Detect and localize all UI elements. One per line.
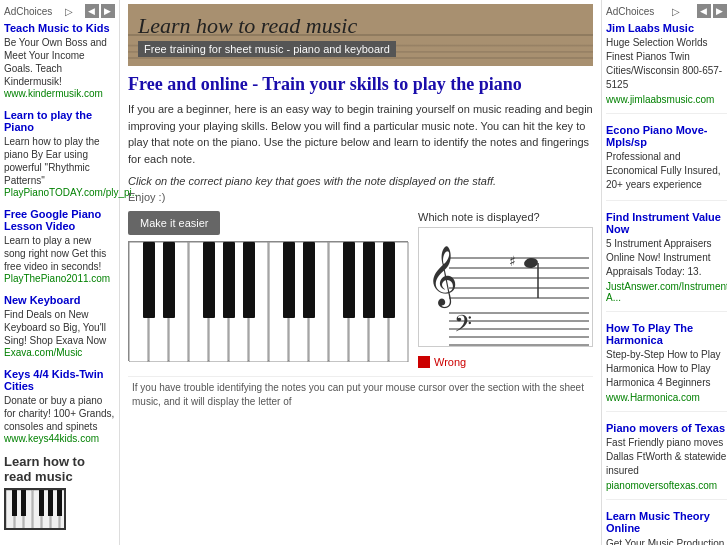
- left-ad-url-4: www.keys44kids.com: [4, 433, 115, 444]
- svg-rect-9: [39, 490, 44, 516]
- svg-rect-27: [163, 242, 175, 318]
- svg-rect-11: [57, 490, 62, 516]
- svg-rect-28: [203, 242, 215, 318]
- svg-rect-29: [223, 242, 235, 318]
- footer-text: If you have trouble identifying the note…: [128, 376, 593, 413]
- left-ad-desc-2: Learn to play a new song right now Get t…: [4, 235, 106, 272]
- piano-area: Make it easier: [128, 211, 593, 368]
- wrong-square: [418, 356, 430, 368]
- instruction-text: Click on the correct piano key that goes…: [128, 175, 593, 187]
- keyboard-svg: [129, 242, 409, 362]
- page-heading: Free and online - Train your skills to p…: [128, 74, 593, 95]
- svg-rect-31: [283, 242, 295, 318]
- make-easier-button[interactable]: Make it easier: [128, 211, 220, 235]
- left-ad-choices-bar: AdChoices ▷ ◀ ▶: [4, 4, 115, 18]
- right-ad-choices-label: AdChoices: [606, 6, 654, 17]
- wrong-indicator: Wrong: [418, 356, 593, 368]
- intro-text: If you are a beginner, here is an easy w…: [128, 101, 593, 167]
- svg-rect-33: [343, 242, 355, 318]
- right-ad-desc-1: Professional and Economical Fully Insure…: [606, 151, 721, 190]
- piano-container: Make it easier: [128, 211, 408, 368]
- right-ad-url-3: www.Harmonica.com: [606, 392, 727, 403]
- left-ad-title-0[interactable]: Teach Music to Kids: [4, 22, 115, 34]
- left-ad-item-3: New Keyboard Find Deals on New Keyboard …: [4, 294, 115, 358]
- piano-keyboard[interactable]: [128, 241, 408, 361]
- piano-thumbnail: [4, 488, 66, 530]
- left-ad-title-2[interactable]: Free Google Piano Lesson Video: [4, 208, 115, 232]
- svg-text:♯: ♯: [509, 254, 516, 269]
- left-ad-next-btn[interactable]: ▶: [101, 4, 115, 18]
- left-ad-nav[interactable]: ◀ ▶: [85, 4, 115, 18]
- right-ad-title-1[interactable]: Econo Piano Move-Mpls/sp: [606, 124, 727, 148]
- right-ad-choices-symbol: ▷: [672, 6, 680, 17]
- piano-thumb-svg: [6, 490, 66, 530]
- main-header: Learn how to read music Free training fo…: [128, 4, 593, 66]
- main-subtitle: Free training for sheet music - piano an…: [138, 41, 396, 57]
- main-content: Learn how to read music Free training fo…: [120, 0, 601, 545]
- left-ad-title-4[interactable]: Keys 4/4 Kids-Twin Cities: [4, 368, 115, 392]
- right-ad-next-btn[interactable]: ▶: [713, 4, 727, 18]
- left-ad-desc-0: Be Your Own Boss and Meet Your Income Go…: [4, 37, 107, 87]
- right-ad-url-4: pianomoversoftexas.com: [606, 480, 727, 491]
- left-ad-desc-3: Find Deals on New Keyboard so Big, You'l…: [4, 309, 106, 346]
- svg-rect-34: [363, 242, 375, 318]
- right-ad-choices-bar: AdChoices ▷ ◀ ▶: [606, 4, 727, 18]
- right-ad-nav[interactable]: ◀ ▶: [697, 4, 727, 18]
- svg-rect-30: [243, 242, 255, 318]
- staff-svg: 𝄞 ♯: [418, 227, 593, 347]
- svg-text:𝄢: 𝄢: [454, 311, 472, 342]
- svg-rect-10: [48, 490, 53, 516]
- svg-rect-26: [143, 242, 155, 318]
- left-section-title: Learn how to read music: [4, 454, 115, 484]
- svg-rect-8: [21, 490, 26, 516]
- right-ad-desc-2: 5 Instrument Appraisers Online Now! Inst…: [606, 238, 712, 277]
- right-ad-desc-3: Step-by-Step How to Play Harmonica How t…: [606, 349, 721, 388]
- right-ad-prev-btn[interactable]: ◀: [697, 4, 711, 18]
- right-ad-item-2: Find Instrument Value Now 5 Instrument A…: [606, 211, 727, 312]
- left-ad-item-1: Learn to play the Piano Learn how to pla…: [4, 109, 115, 198]
- svg-rect-32: [303, 242, 315, 318]
- bottom-ad-desc: Get Your Music Production Bachelors Degr…: [606, 537, 727, 545]
- left-ad-choices-symbol: ▷: [65, 6, 73, 17]
- right-ad-title-4[interactable]: Piano movers of Texas: [606, 422, 727, 434]
- left-ad-prev-btn[interactable]: ◀: [85, 4, 99, 18]
- wrong-label: Wrong: [434, 356, 466, 368]
- right-ad-desc-0: Huge Selection Worlds Finest Pianos Twin…: [606, 37, 722, 90]
- left-ad-desc-4: Donate or buy a piano for charity! 100+ …: [4, 395, 114, 432]
- left-ad-url-2: PlayThePiano2011.com: [4, 273, 115, 284]
- left-ad-title-1[interactable]: Learn to play the Piano: [4, 109, 115, 133]
- left-ad-item-4: Keys 4/4 Kids-Twin Cities Donate or buy …: [4, 368, 115, 444]
- left-ad-item-0: Teach Music to Kids Be Your Own Boss and…: [4, 22, 115, 99]
- left-ad-url-3: Exava.com/Music: [4, 347, 115, 358]
- right-ad-item-0: Jim Laabs Music Huge Selection Worlds Fi…: [606, 22, 727, 114]
- bottom-ad-area: Learn Music Theory Online Get Your Music…: [606, 510, 727, 545]
- right-ad-title-2[interactable]: Find Instrument Value Now: [606, 211, 727, 235]
- bottom-ad-title[interactable]: Learn Music Theory Online: [606, 510, 727, 534]
- left-ad-title-3[interactable]: New Keyboard: [4, 294, 115, 306]
- left-ad-desc-1: Learn how to play the piano By Ear using…: [4, 136, 100, 186]
- right-ad-desc-4: Fast Friendly piano moves Dallas FtWorth…: [606, 437, 726, 476]
- svg-point-43: [523, 257, 539, 269]
- main-title: Learn how to read music: [138, 13, 396, 39]
- which-note-label: Which note is displayed?: [418, 211, 593, 223]
- right-ad-item-3: How To Play The Harmonica Step-by-Step H…: [606, 322, 727, 412]
- left-ad-url-0: www.kindermusik.com: [4, 88, 115, 99]
- right-ad-title-0[interactable]: Jim Laabs Music: [606, 22, 727, 34]
- left-ad-item-2: Free Google Piano Lesson Video Learn to …: [4, 208, 115, 284]
- right-ad-title-3[interactable]: How To Play The Harmonica: [606, 322, 727, 346]
- svg-rect-7: [12, 490, 17, 516]
- right-sidebar: AdChoices ▷ ◀ ▶ Jim Laabs Music Huge Sel…: [601, 0, 727, 545]
- left-ad-choices-label: AdChoices: [4, 6, 52, 17]
- right-ad-item-4: Piano movers of Texas Fast Friendly pian…: [606, 422, 727, 500]
- enjoy-text: Enjoy :): [128, 191, 593, 203]
- right-ad-url-0: www.jimlaabsmusic.com: [606, 94, 727, 105]
- right-ad-item-1: Econo Piano Move-Mpls/sp Professional an…: [606, 124, 727, 201]
- left-ad-url-1: PlayPianoTODAY.com/ply_pi...: [4, 187, 115, 198]
- right-ad-url-2: JustAnswer.com/Instrument-A...: [606, 281, 727, 303]
- svg-rect-35: [383, 242, 395, 318]
- left-sidebar: AdChoices ▷ ◀ ▶ Teach Music to Kids Be Y…: [0, 0, 120, 545]
- main-title-block: Learn how to read music Free training fo…: [138, 13, 396, 57]
- staff-container: Which note is displayed? 𝄞 ♯: [418, 211, 593, 368]
